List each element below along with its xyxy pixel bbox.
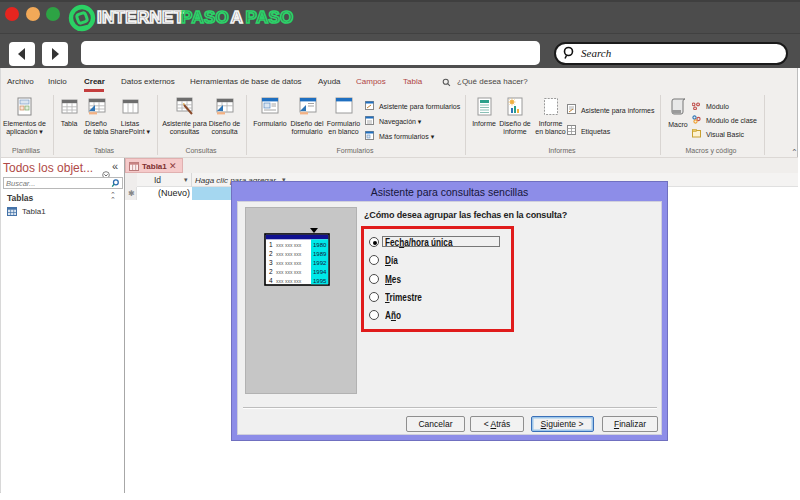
svg-text:xxx xxx xxx: xxx xxx xxx — [276, 278, 302, 284]
svg-text:1989: 1989 — [313, 251, 327, 257]
svg-text:1: 1 — [269, 241, 273, 248]
svg-text:xxx xxx xxx: xxx xxx xxx — [276, 251, 302, 257]
svg-text:3: 3 — [269, 259, 273, 266]
svg-text:2: 2 — [269, 268, 273, 275]
svg-text:1980: 1980 — [313, 242, 327, 248]
svg-text:1992: 1992 — [313, 260, 327, 266]
svg-text:4: 4 — [269, 277, 273, 284]
svg-text:xxx xxx xxx: xxx xxx xxx — [276, 260, 302, 266]
svg-text:1995: 1995 — [313, 278, 327, 284]
svg-text:xxx xxx xxx: xxx xxx xxx — [276, 269, 302, 275]
svg-text:xxx xxx xxx: xxx xxx xxx — [276, 242, 302, 248]
svg-text:1994: 1994 — [313, 269, 327, 275]
svg-text:2: 2 — [269, 250, 273, 257]
